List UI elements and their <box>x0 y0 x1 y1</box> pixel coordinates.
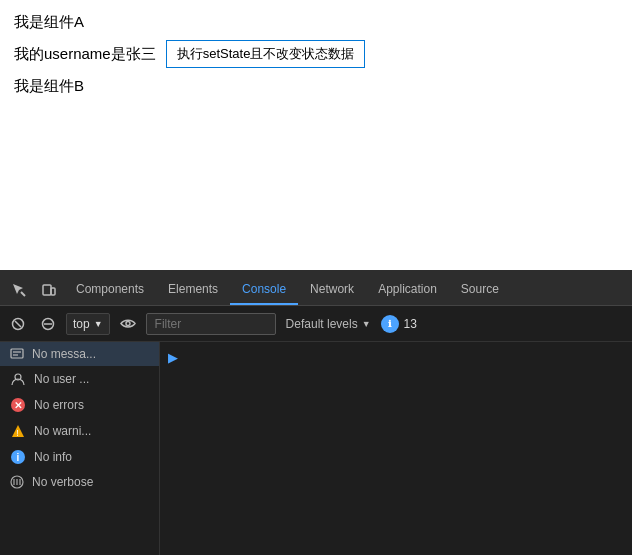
svg-line-0 <box>21 292 25 296</box>
component-username-row: 我的username是张三 执行setState且不改变状态数据 <box>14 40 618 68</box>
context-selector[interactable]: top ▼ <box>66 313 110 335</box>
live-expressions-icon[interactable] <box>116 312 140 336</box>
component-a-label: 我是组件A <box>14 10 618 34</box>
console-expand-arrow[interactable]: ▶ <box>160 346 632 369</box>
error-icon: ✕ <box>10 397 26 413</box>
verbose-icon <box>10 475 24 489</box>
warning-icon: ! <box>10 423 26 439</box>
messages-icon <box>10 347 24 361</box>
filter-input[interactable] <box>146 313 276 335</box>
app-area: 我是组件A 我的username是张三 执行setState且不改变状态数据 我… <box>0 0 632 270</box>
message-count-group: ℹ 13 <box>381 315 417 333</box>
console-output: ▶ <box>160 342 632 555</box>
sidebar-item-messages[interactable]: No messa... <box>0 342 159 366</box>
clear-console-icon[interactable] <box>6 312 30 336</box>
component-b-label: 我是组件B <box>14 74 618 98</box>
chevron-down-icon: ▼ <box>362 319 371 329</box>
tab-components[interactable]: Components <box>64 275 156 305</box>
console-toolbar: top ▼ Default levels ▼ ℹ 13 <box>0 306 632 342</box>
block-icon[interactable] <box>36 312 60 336</box>
chevron-down-icon: ▼ <box>94 319 103 329</box>
svg-rect-2 <box>51 288 55 295</box>
sidebar-item-errors[interactable]: ✕ No errors <box>0 392 159 418</box>
devtools-panel: Components Elements Console Network Appl… <box>0 270 632 555</box>
sidebar-item-verbose[interactable]: No verbose <box>0 470 159 494</box>
svg-line-4 <box>15 321 21 327</box>
device-icon[interactable] <box>34 275 64 305</box>
svg-rect-1 <box>43 285 51 295</box>
sidebar-item-warnings[interactable]: ! No warni... <box>0 418 159 444</box>
message-badge-icon: ℹ <box>381 315 399 333</box>
tab-elements[interactable]: Elements <box>156 275 230 305</box>
tab-bar: Components Elements Console Network Appl… <box>0 270 632 306</box>
message-count: 13 <box>404 317 417 331</box>
console-sidebar: No messa... No user ... ✕ No errors <box>0 342 160 555</box>
user-icon <box>10 371 26 387</box>
setstate-button[interactable]: 执行setState且不改变状态数据 <box>166 40 366 68</box>
tab-console[interactable]: Console <box>230 275 298 305</box>
tab-application[interactable]: Application <box>366 275 449 305</box>
username-label: 我的username是张三 <box>14 42 156 66</box>
log-levels-button[interactable]: Default levels ▼ <box>282 315 375 333</box>
sidebar-item-user[interactable]: No user ... <box>0 366 159 392</box>
sidebar-item-info[interactable]: i No info <box>0 444 159 470</box>
inspect-icon[interactable] <box>4 275 34 305</box>
info-icon: i <box>10 449 26 465</box>
console-body: No messa... No user ... ✕ No errors <box>0 342 632 555</box>
svg-rect-8 <box>11 349 23 358</box>
tab-network[interactable]: Network <box>298 275 366 305</box>
svg-text:!: ! <box>16 428 19 438</box>
tab-source[interactable]: Source <box>449 275 511 305</box>
svg-point-7 <box>126 322 130 326</box>
